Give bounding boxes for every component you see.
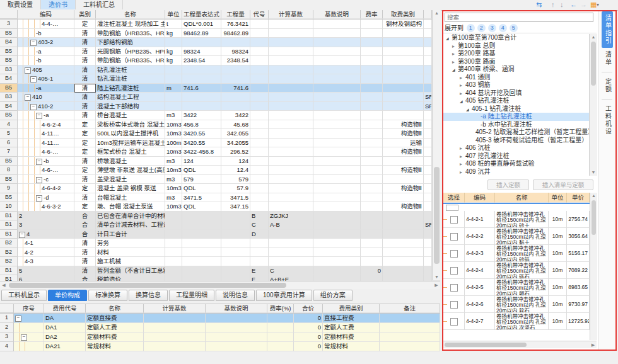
collapse-icon[interactable]: − <box>30 40 37 46</box>
tree-item[interactable]: ◢第400章 桥梁、涵洞 <box>443 65 589 74</box>
fee-code-cell[interactable]: DA <box>44 314 86 323</box>
rate-cell[interactable] <box>361 38 383 47</box>
expand-level-3[interactable]: 3 <box>488 24 496 32</box>
code-cell[interactable]: 4-11… <box>18 139 74 148</box>
tree-collapsed-icon[interactable]: ▸ <box>452 43 458 50</box>
fee-category-cell[interactable]: 构造物Ⅱ <box>383 166 424 175</box>
quantity-cell[interactable]: 98462.89 <box>221 29 250 38</box>
price-code-cell[interactable]: 4-4-2-7 <box>465 313 495 330</box>
unit-cell[interactable]: m3 <box>165 157 182 166</box>
collapse-icon[interactable]: − <box>21 334 27 341</box>
calc-base-cell[interactable] <box>269 84 313 93</box>
unit-cell[interactable] <box>165 239 182 248</box>
unit-cell[interactable]: 10m3… <box>165 166 182 175</box>
detail-tab-换算信息[interactable]: 换算信息 <box>129 290 168 301</box>
category-cell[interactable]: 清 <box>74 157 96 166</box>
price-value-cell[interactable]: 7089.22 <box>567 262 590 279</box>
rate-cell[interactable] <box>361 120 383 130</box>
tree-scroll-down-icon[interactable]: ▼ <box>590 169 597 176</box>
price-name-cell[interactable]: 卷扬机带冲击锥冲孔 桩径150cm以内 孔深20m以内 砂土 <box>495 211 549 228</box>
tree-item[interactable]: ▸408 桩的垂直静荷载试验 <box>443 160 589 168</box>
code-letter-cell[interactable] <box>250 147 269 157</box>
row-header[interactable]: B1 <box>0 275 18 281</box>
quantity-cell[interactable] <box>221 248 250 258</box>
fee-base-cell[interactable] <box>144 314 206 323</box>
category-cell[interactable]: 清 <box>74 248 96 258</box>
base-note-cell[interactable] <box>313 193 361 203</box>
select-cell[interactable] <box>443 313 465 330</box>
clipped-cell[interactable] <box>424 248 432 258</box>
code-letter-cell[interactable] <box>250 56 269 65</box>
row-header[interactable]: B5 <box>0 47 18 57</box>
row-header[interactable]: B4 <box>0 102 18 111</box>
base-note-cell[interactable] <box>313 102 361 111</box>
code-cell[interactable]: −403-2 <box>18 38 74 47</box>
quantity-cell[interactable] <box>221 230 250 239</box>
table-row[interactable]: 104-6-3-2定墩、台帽 混凝土泵送10m3…QDL347.15构造物Ⅱ <box>0 202 440 212</box>
category-cell[interactable]: 清 <box>74 56 96 65</box>
price-unit-cell[interactable]: 10m <box>549 245 567 262</box>
tree-item[interactable]: ▸406 沉桩 <box>443 144 589 152</box>
price-scroll-up-icon[interactable]: ▲ <box>590 193 597 199</box>
code-letter-cell[interactable] <box>250 157 269 166</box>
tree-item[interactable]: -b 水中钻孔灌注桩 <box>443 121 589 129</box>
fee-rate-cell[interactable] <box>267 323 294 333</box>
rate-cell[interactable] <box>361 93 383 102</box>
fee-category-cell[interactable] <box>383 84 424 93</box>
code-letter-cell[interactable]: B <box>250 212 269 221</box>
fee-remark-cell[interactable] <box>380 342 440 351</box>
category-cell[interactable]: 清 <box>74 29 96 38</box>
code-letter-cell[interactable] <box>250 184 269 193</box>
quantity-cell[interactable]: 579 <box>221 175 250 185</box>
tree-expanded-icon[interactable]: ◢ <box>452 66 458 74</box>
category-cell[interactable]: 合 <box>74 220 96 230</box>
rate-cell[interactable] <box>361 275 383 281</box>
calc-base-cell[interactable] <box>269 93 313 102</box>
name-cell[interactable]: 清单合计减去材料、工程设备、专业工… <box>96 220 165 230</box>
tree-vscroll-thumb[interactable] <box>591 42 596 86</box>
tree-collapsed-icon[interactable]: ▸ <box>452 59 458 66</box>
rate-cell[interactable] <box>361 248 383 258</box>
fee-rate-cell[interactable] <box>267 314 294 323</box>
code-letter-cell[interactable] <box>250 175 269 185</box>
row-header[interactable]: B3 <box>0 65 18 75</box>
clipped-cell[interactable]: SR <box>424 93 432 102</box>
fee-category-cell[interactable] <box>383 102 424 111</box>
code-letter-cell[interactable] <box>250 239 269 248</box>
clipped-cell[interactable] <box>424 20 432 29</box>
unit-cell[interactable]: t <box>165 20 182 29</box>
unit-cell[interactable] <box>165 257 182 266</box>
quantity-cell[interactable]: 342.055 <box>221 129 250 139</box>
quantity-expression-cell[interactable]: 579 <box>182 175 221 185</box>
table-row[interactable]: B5−-b清桥墩混凝土m3124124 <box>0 157 440 166</box>
detail-tab-组价方案[interactable]: 组价方案 <box>313 290 353 301</box>
unit-cell[interactable] <box>165 212 182 221</box>
collapse-icon[interactable]: − <box>25 94 31 101</box>
price-row[interactable]: 4-4-2-2卷扬机带冲击锥冲孔 桩径150cm以内 孔深20m以内 黏土10m… <box>443 228 590 245</box>
category-cell[interactable]: 清 <box>74 266 96 276</box>
collapse-icon[interactable]: − <box>25 67 31 74</box>
clipped-cell[interactable] <box>424 147 432 157</box>
quantity-expression-cell[interactable]: 3420.55 <box>182 139 221 148</box>
code-cell[interactable]: 4-6-2-4 <box>18 120 74 130</box>
base-note-cell[interactable] <box>313 275 361 281</box>
name-cell[interactable]: 税前造价 <box>96 275 165 281</box>
row-checkbox[interactable] <box>450 301 458 309</box>
quantity-cell[interactable]: 347.15 <box>221 202 250 212</box>
forward-icon[interactable]: → <box>580 1 587 9</box>
quantity-expression-cell[interactable] <box>182 102 221 111</box>
unit-cell[interactable] <box>165 93 182 102</box>
scroll-up-icon[interactable]: ▲ <box>433 10 441 16</box>
row-header[interactable]: 9 <box>0 184 18 193</box>
table-row[interactable]: B5-b清带肋钢筋（HRB335、HRB400）kg98462.8998462.… <box>0 29 440 38</box>
row-header[interactable]: B2 <box>0 239 18 248</box>
quantity-cell[interactable] <box>221 266 250 276</box>
base-note-cell[interactable] <box>313 129 361 139</box>
name-cell[interactable]: 桥墩混凝土 <box>96 157 165 166</box>
quantity-expression-cell[interactable]: 2348.54 <box>182 56 221 65</box>
calc-base-cell[interactable]: C <box>269 266 313 276</box>
base-note-cell[interactable] <box>313 111 361 120</box>
clipped-cell[interactable] <box>424 120 432 130</box>
code-cell[interactable]: −-a <box>18 111 74 120</box>
rate-cell[interactable] <box>361 147 383 157</box>
